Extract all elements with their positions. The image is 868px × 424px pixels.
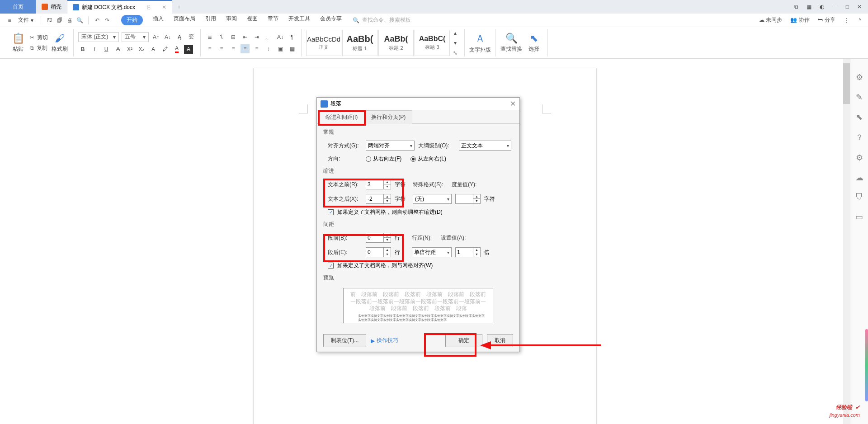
- ribbon-tab-review[interactable]: 审阅: [226, 15, 237, 25]
- ribbon-tab-layout[interactable]: 页面布局: [174, 15, 195, 25]
- text-effects-icon[interactable]: A: [149, 45, 158, 54]
- text-typeset-button[interactable]: Ａ文字排版: [469, 32, 491, 54]
- hamburger-icon[interactable]: ≡: [5, 17, 14, 24]
- checkbox-snap-grid[interactable]: ✓: [328, 263, 334, 269]
- clear-format-icon[interactable]: Ą: [175, 33, 184, 42]
- new-tab-button[interactable]: ＋: [172, 0, 186, 14]
- side-help-icon[interactable]: ？: [855, 132, 863, 143]
- ok-button[interactable]: 确定: [445, 334, 482, 347]
- font-select[interactable]: 宋体 (正文)▾: [78, 32, 119, 42]
- ribbon-tab-dev[interactable]: 开发工具: [288, 15, 310, 25]
- style-down-icon[interactable]: ▾: [451, 38, 460, 47]
- ribbon-tab-start[interactable]: 开始: [121, 15, 143, 25]
- share-button[interactable]: ⮪ 分享: [818, 16, 835, 24]
- dialog-titlebar[interactable]: 段落 ✕: [317, 98, 519, 110]
- dialog-tab-indent[interactable]: 缩进和间距(I): [319, 110, 364, 124]
- align-justify-icon[interactable]: ≡: [241, 44, 250, 53]
- radio-ltr[interactable]: 从左向右(L): [410, 155, 446, 163]
- align-left-icon[interactable]: ≡: [205, 44, 214, 53]
- style-more-icon[interactable]: ⤡: [451, 48, 460, 57]
- coop-button[interactable]: 👥 协作: [790, 16, 809, 24]
- side-rocket-icon[interactable]: ⚙: [856, 72, 863, 82]
- undo-icon[interactable]: ↶: [93, 17, 101, 24]
- align-right-icon[interactable]: ≡: [229, 44, 238, 53]
- style-h2[interactable]: AaBb(标题 2: [378, 30, 414, 56]
- checkbox-auto-indent[interactable]: ✓: [328, 209, 334, 215]
- style-h3[interactable]: AaBbC(标题 3: [415, 30, 450, 56]
- multilevel-icon[interactable]: ⊟: [229, 33, 238, 42]
- vertical-scrollbar[interactable]: [843, 59, 850, 424]
- font-size-select[interactable]: 五号▾: [122, 32, 149, 42]
- italic-icon[interactable]: I: [90, 45, 99, 54]
- side-shield-icon[interactable]: ⛉: [855, 193, 863, 202]
- font-color-icon[interactable]: A: [172, 45, 181, 54]
- grow-font-icon[interactable]: A↑: [151, 33, 160, 42]
- saveas-icon[interactable]: 🗐: [56, 17, 64, 24]
- tab-home[interactable]: 首页: [0, 0, 36, 14]
- maximize-icon[interactable]: □: [846, 4, 849, 10]
- paste-button[interactable]: 📋粘贴: [9, 33, 27, 53]
- copy-button[interactable]: ⧉ 复制: [30, 44, 48, 52]
- close-tab-icon[interactable]: ✕: [162, 4, 166, 10]
- pin-icon[interactable]: ⎘: [147, 4, 150, 10]
- side-pen-icon[interactable]: ✎: [856, 92, 863, 102]
- spin-measure[interactable]: ▲▼: [455, 194, 481, 204]
- side-book-icon[interactable]: ▭: [855, 212, 863, 222]
- side-cloud-icon[interactable]: ☁: [855, 173, 863, 183]
- fill-color-icon[interactable]: ▣: [276, 44, 285, 53]
- combo-special[interactable]: (无)▾: [413, 194, 452, 204]
- ribbon-tab-insert[interactable]: 插入: [153, 15, 164, 25]
- spin-para-after[interactable]: ▲▼: [366, 247, 391, 257]
- border-icon[interactable]: ▦: [288, 44, 297, 53]
- underline-icon[interactable]: U: [102, 45, 111, 54]
- tab-document[interactable]: 新建 DOCX 文档.docx ⎘ ✕: [67, 0, 172, 14]
- increase-indent-icon[interactable]: ⇥: [252, 33, 261, 42]
- align-center-icon[interactable]: ≡: [217, 44, 226, 53]
- ribbon-tab-reference[interactable]: 引用: [205, 15, 216, 25]
- decrease-indent-icon[interactable]: ⇤: [241, 33, 250, 42]
- spin-setval[interactable]: ▲▼: [455, 247, 481, 257]
- shrink-font-icon[interactable]: A↓: [163, 33, 172, 42]
- distribute-icon[interactable]: ≡: [252, 44, 261, 53]
- tips-link[interactable]: ▶操作技巧: [371, 337, 398, 344]
- style-up-icon[interactable]: ▴: [451, 28, 460, 38]
- ribbon-tab-section[interactable]: 章节: [268, 15, 278, 25]
- select-button[interactable]: ⬉选择: [525, 33, 543, 53]
- preview-icon[interactable]: 🔍: [75, 17, 84, 24]
- side-cursor-icon[interactable]: ⬉: [856, 112, 863, 122]
- minimize-icon[interactable]: —: [832, 4, 838, 10]
- combo-align[interactable]: 两端对齐▾: [366, 141, 415, 151]
- bullets-icon[interactable]: ≣: [205, 33, 214, 42]
- strike-icon[interactable]: A̶: [113, 45, 123, 54]
- numbering-icon[interactable]: ⒈: [217, 33, 226, 42]
- close-window-icon[interactable]: ✕: [857, 4, 862, 10]
- shading-icon[interactable]: A: [184, 45, 193, 54]
- format-painter-button[interactable]: 🖌格式刷: [51, 33, 69, 53]
- command-search[interactable]: 🔍 查找命令、搜索模板: [353, 16, 411, 24]
- avatar-icon[interactable]: ◐: [820, 4, 824, 10]
- radio-rtl[interactable]: 从右向左(F): [366, 155, 401, 163]
- ribbon-tab-member[interactable]: 会员专享: [320, 15, 342, 25]
- sort-icon[interactable]: A↓: [276, 33, 285, 42]
- style-h1[interactable]: AaBb(标题 1: [342, 30, 377, 56]
- find-replace-button[interactable]: 🔍查找替换: [500, 33, 522, 53]
- file-menu[interactable]: 文件▾: [15, 16, 36, 24]
- more-icon[interactable]: ⋮: [844, 17, 849, 24]
- line-spacing-icon[interactable]: ↕: [264, 44, 273, 53]
- phonetic-icon[interactable]: 变: [187, 33, 196, 42]
- redo-icon[interactable]: ↷: [103, 17, 111, 24]
- save-icon[interactable]: 🖫: [46, 17, 54, 24]
- dialog-close-icon[interactable]: ✕: [510, 99, 516, 108]
- sync-status[interactable]: ☁ 未同步: [759, 16, 782, 24]
- collapse-ribbon-icon[interactable]: ＾: [857, 16, 863, 24]
- print-icon[interactable]: 🖨: [66, 17, 74, 24]
- style-gallery[interactable]: AaBbCcDd正文 AaBb(标题 1 AaBb(标题 2 AaBbC(标题 …: [302, 29, 465, 57]
- dialog-tab-break[interactable]: 换行和分页(P): [364, 110, 412, 124]
- tab-daoqiao[interactable]: 稻壳: [36, 0, 67, 14]
- layout-grid-icon[interactable]: ▦: [807, 4, 811, 10]
- asian-layout-icon[interactable]: ꤬: [264, 33, 273, 42]
- style-body[interactable]: AaBbCcDd正文: [306, 30, 341, 56]
- spin-para-before[interactable]: ▲▼: [366, 233, 391, 243]
- highlight-icon[interactable]: 🖍: [160, 45, 170, 54]
- show-marks-icon[interactable]: ¶: [288, 33, 297, 42]
